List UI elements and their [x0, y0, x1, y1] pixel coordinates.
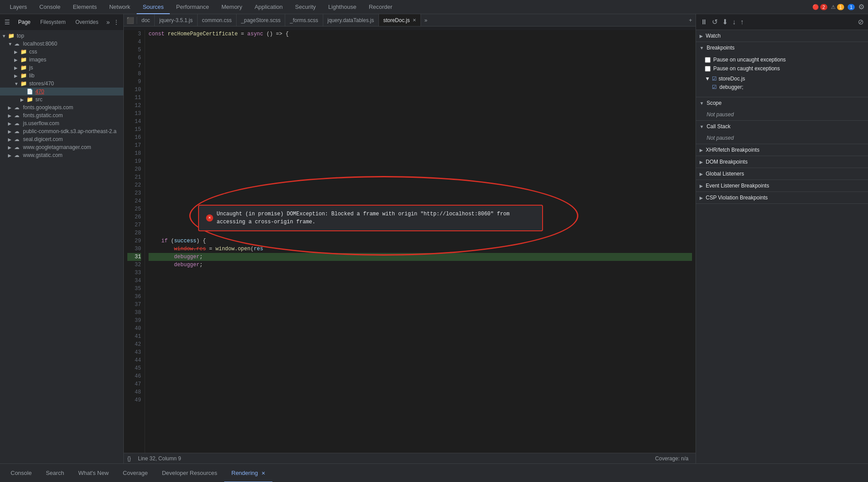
- warning-badge[interactable]: ⚠ 1: [831, 4, 844, 10]
- format-icon[interactable]: {}: [127, 455, 131, 462]
- file-tabs: ⬛ doc jquery-3.5.1.js common.css _pageSt…: [124, 14, 696, 27]
- tree-item-top[interactable]: ▼ 📁 top: [0, 32, 123, 40]
- tree-item-lib[interactable]: ▶ 📁 lib: [0, 72, 123, 80]
- tree-item-localhost[interactable]: ▼ ☁ localhost:8060: [0, 40, 123, 48]
- bottom-tabs: Console Search What's New Coverage Devel…: [0, 463, 868, 482]
- global-label: Global Listeners: [706, 171, 744, 177]
- global-listeners-section: ▶ Global Listeners: [696, 168, 868, 180]
- xhr-breakpoints-header[interactable]: ▶ XHR/fetch Breakpoints: [696, 144, 868, 156]
- nav-tab-layers[interactable]: Layers: [4, 0, 33, 14]
- global-listeners-header[interactable]: ▶ Global Listeners: [696, 168, 868, 180]
- network-icon-public-common: ☁: [14, 128, 21, 134]
- nav-tab-memory[interactable]: Memory: [215, 0, 249, 14]
- close-rendering-icon[interactable]: ✕: [261, 471, 265, 476]
- tree-item-googletagmanager[interactable]: ▶ ☁ www.googletagmanager.com: [0, 143, 123, 151]
- info-badge[interactable]: 1: [848, 4, 855, 10]
- bottom-tab-console[interactable]: Console: [4, 464, 39, 482]
- more-icon[interactable]: »: [104, 19, 111, 26]
- tree-item-seal-digicert[interactable]: ▶ ☁ seal.digicert.com: [0, 135, 123, 143]
- sec-tab-page[interactable]: Page: [14, 15, 35, 29]
- new-tab-icon[interactable]: +: [685, 17, 696, 23]
- breakpoint-file-row[interactable]: ▼ ☑ storeDoc.js: [705, 75, 864, 83]
- show-sidebar-icon[interactable]: ☰: [3, 19, 12, 26]
- expand-arrow-stores: ▼: [14, 81, 20, 86]
- resume-button[interactable]: ↺: [711, 17, 719, 27]
- dom-arrow-icon: ▶: [700, 160, 703, 164]
- file-tab-common-css[interactable]: common.css: [198, 14, 237, 27]
- expand-arrow-images: ▶: [14, 57, 20, 62]
- call-stack-header[interactable]: ▼ Call Stack: [696, 121, 868, 132]
- tree-item-src[interactable]: ▶ 📁 src: [0, 96, 123, 103]
- csp-header[interactable]: ▶ CSP Violation Breakpoints: [696, 192, 868, 203]
- error-x-icon: ✕: [206, 214, 213, 222]
- pause-uncaught-row[interactable]: Pause on uncaught exceptions: [705, 55, 864, 64]
- sec-tab-overrides[interactable]: Overrides: [71, 15, 103, 29]
- deactivate-breakpoints-button[interactable]: ⊘: [857, 17, 864, 27]
- nav-tab-network[interactable]: Network: [103, 0, 137, 14]
- pause-uncaught-checkbox[interactable]: [705, 57, 711, 63]
- nav-tab-lighthouse[interactable]: Lighthouse: [322, 0, 363, 14]
- expand-arrow-css: ▶: [14, 50, 20, 54]
- event-arrow-icon: ▶: [700, 184, 703, 188]
- settings-icon[interactable]: ⚙: [858, 3, 864, 11]
- tree-item-public-common[interactable]: ▶ ☁ public-common-sdk.s3.ap-northeast-2.…: [0, 127, 123, 135]
- bottom-tab-coverage[interactable]: Coverage: [116, 464, 155, 482]
- tree-item-js-userflow[interactable]: ▶ ☁ js.userflow.com: [0, 119, 123, 127]
- dom-breakpoints-header[interactable]: ▶ DOM Breakpoints: [696, 156, 868, 168]
- scope-header[interactable]: ▼ Scope: [696, 97, 868, 109]
- tree-item-js[interactable]: ▶ 📁 js: [0, 64, 123, 72]
- nav-tab-application[interactable]: Application: [249, 0, 289, 14]
- tree-item-gstatic[interactable]: ▶ ☁ www.gstatic.com: [0, 151, 123, 159]
- breakpoints-header[interactable]: ▼ Breakpoints: [696, 42, 868, 54]
- toggle-editor-icon[interactable]: ⬛: [124, 17, 137, 24]
- more-tabs-icon[interactable]: »: [421, 17, 431, 23]
- tree-item-css[interactable]: ▶ 📁 css: [0, 48, 123, 56]
- tree-item-fonts-googleapis[interactable]: ▶ ☁ fonts.googleapis.com: [0, 103, 123, 111]
- csp-label: CSP Violation Breakpoints: [706, 195, 768, 201]
- tree-item-fonts-gstatic[interactable]: ▶ ☁ fonts.gstatic.com: [0, 111, 123, 119]
- code-line-10: [149, 86, 692, 94]
- error-badge[interactable]: 🔴 2: [812, 4, 827, 10]
- expand-arrow-public-common: ▶: [8, 129, 14, 134]
- breakpoint-item[interactable]: ☑ debugger;: [705, 83, 864, 92]
- nav-tab-sources[interactable]: Sources: [137, 0, 170, 14]
- breakpoint-file-icon: ☑: [712, 76, 717, 82]
- file-tab-doc[interactable]: doc: [137, 14, 155, 27]
- tree-item-stores[interactable]: ▼ 📁 stores/470: [0, 80, 123, 88]
- nav-tab-security[interactable]: Security: [289, 0, 322, 14]
- step-out-button[interactable]: ↑: [739, 17, 745, 27]
- expand-arrow-js-userflow: ▶: [8, 121, 14, 126]
- error-count: 2: [820, 4, 827, 10]
- step-into-button[interactable]: ↓: [731, 17, 737, 27]
- scope-arrow-icon: ▼: [700, 101, 704, 106]
- options-icon[interactable]: ⋮: [111, 19, 121, 26]
- close-storedoc-icon[interactable]: ✕: [413, 18, 416, 23]
- bottom-tab-search[interactable]: Search: [39, 464, 71, 482]
- file-tab-storedoc[interactable]: storeDoc.js ✕: [379, 14, 421, 27]
- file-tab-forms[interactable]: _forms.scss: [285, 14, 323, 27]
- file-tab-jquery[interactable]: jquery-3.5.1.js: [155, 14, 197, 27]
- pause-button[interactable]: ⏸: [700, 17, 708, 27]
- watch-header[interactable]: ▶ Watch: [696, 30, 868, 42]
- nav-tab-performance[interactable]: Performance: [170, 0, 215, 14]
- sec-tab-filesystem[interactable]: Filesystem: [36, 15, 70, 29]
- global-arrow-icon: ▶: [700, 172, 703, 176]
- file-tab-pagestore[interactable]: _pageStore.scss: [237, 14, 285, 27]
- nav-tab-console[interactable]: Console: [33, 0, 67, 14]
- breakpoint-filename: storeDoc.js: [719, 76, 745, 82]
- bottom-tab-whats-new[interactable]: What's New: [71, 464, 116, 482]
- tree-item-470[interactable]: 📄 470: [0, 88, 123, 96]
- code-content[interactable]: const recHomePageCertificate = async () …: [145, 30, 696, 453]
- code-line-43: [149, 348, 692, 356]
- bottom-tab-rendering[interactable]: Rendering ✕: [224, 464, 272, 482]
- code-editor[interactable]: 3 4 5 6 7 8 9 10 11 12 13 14 15 16 17 18…: [124, 30, 696, 453]
- step-over-button[interactable]: ⬇: [721, 17, 729, 27]
- tree-item-images[interactable]: ▶ 📁 images: [0, 56, 123, 64]
- pause-caught-row[interactable]: Pause on caught exceptions: [705, 64, 864, 73]
- nav-tab-recorder[interactable]: Recorder: [363, 0, 398, 14]
- event-listener-header[interactable]: ▶ Event Listener Breakpoints: [696, 180, 868, 191]
- pause-caught-checkbox[interactable]: [705, 66, 711, 72]
- file-tab-datatables[interactable]: jquery.dataTables.js: [323, 14, 379, 27]
- bottom-tab-developer-resources[interactable]: Developer Resources: [155, 464, 224, 482]
- nav-tab-elements[interactable]: Elements: [67, 0, 103, 14]
